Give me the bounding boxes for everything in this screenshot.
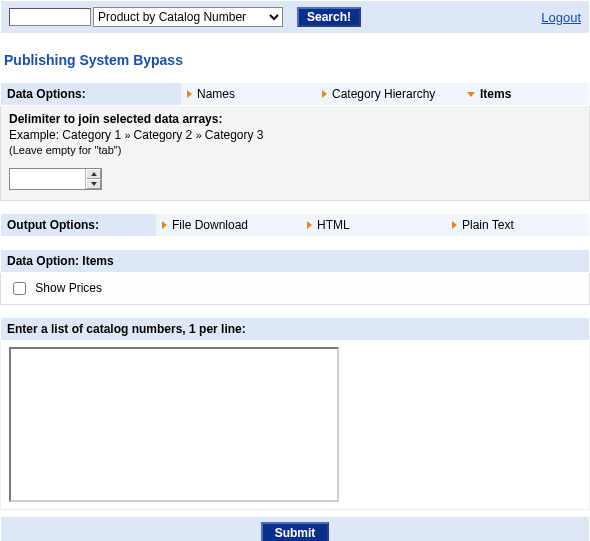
item-options-header: Data Option: Items <box>0 249 590 273</box>
search-category-select[interactable]: Product by Catalog Number <box>93 7 283 27</box>
delimiter-example: Example: Category 1 » Category 2 » Categ… <box>9 128 581 142</box>
arrow-down-icon <box>467 92 475 97</box>
tab-label: Category Hierarchy <box>332 87 435 101</box>
output-options-row: Output Options: File Download HTML Plain… <box>0 213 590 237</box>
chevron-down-icon <box>91 182 97 186</box>
tab-label: HTML <box>317 218 350 232</box>
arrow-right-icon <box>322 90 327 98</box>
delimiter-input-wrap <box>9 168 102 190</box>
catalog-header: Enter a list of catalog numbers, 1 per l… <box>0 317 590 341</box>
show-prices-checkbox[interactable] <box>13 282 26 295</box>
arrow-right-icon <box>162 221 167 229</box>
raquo-icon: » <box>196 129 205 141</box>
logout-link[interactable]: Logout <box>541 10 581 25</box>
delimiter-hint: (Leave empty for "tab") <box>9 144 581 156</box>
page-title: Publishing System Bypass <box>0 34 590 82</box>
tab-label: Names <box>197 87 235 101</box>
tab-category-hierarchy[interactable]: Category Hierarchy <box>316 83 461 105</box>
delimiter-example-part: Category 1 <box>62 128 121 142</box>
spinner-up-button[interactable] <box>86 169 101 179</box>
arrow-right-icon <box>307 221 312 229</box>
output-options-header: Output Options: <box>1 214 156 236</box>
tab-items[interactable]: Items <box>461 83 589 105</box>
chevron-up-icon <box>91 172 97 176</box>
delimiter-label: Delimiter to join selected data arrays: <box>9 112 581 126</box>
submit-row: Submit <box>0 516 590 541</box>
tab-plain-text[interactable]: Plain Text <box>446 214 589 236</box>
catalog-numbers-textarea[interactable] <box>9 347 339 502</box>
submit-button[interactable]: Submit <box>261 522 330 541</box>
tab-label: File Download <box>172 218 248 232</box>
delimiter-example-part: Category 2 <box>134 128 193 142</box>
catalog-body <box>0 341 590 510</box>
item-options-body: Show Prices <box>0 273 590 305</box>
data-options-header: Data Options: <box>1 83 181 105</box>
delimiter-input[interactable] <box>10 169 85 189</box>
spinner-buttons <box>85 169 101 189</box>
delimiter-example-part: Category 3 <box>205 128 264 142</box>
tab-html[interactable]: HTML <box>301 214 446 236</box>
tab-names[interactable]: Names <box>181 83 316 105</box>
tab-label: Plain Text <box>462 218 514 232</box>
delimiter-panel: Delimiter to join selected data arrays: … <box>0 106 590 201</box>
arrow-right-icon <box>187 90 192 98</box>
tab-file-download[interactable]: File Download <box>156 214 301 236</box>
top-search-bar: Product by Catalog Number Search! Logout <box>0 0 590 34</box>
spinner-down-button[interactable] <box>86 179 101 189</box>
search-button[interactable]: Search! <box>297 7 361 27</box>
delimiter-example-prefix: Example: <box>9 128 62 142</box>
show-prices-label: Show Prices <box>35 281 102 295</box>
data-options-row: Data Options: Names Category Hierarchy I… <box>0 82 590 106</box>
tab-label: Items <box>480 87 511 101</box>
search-input[interactable] <box>9 8 91 26</box>
raquo-icon: » <box>124 129 133 141</box>
arrow-right-icon <box>452 221 457 229</box>
